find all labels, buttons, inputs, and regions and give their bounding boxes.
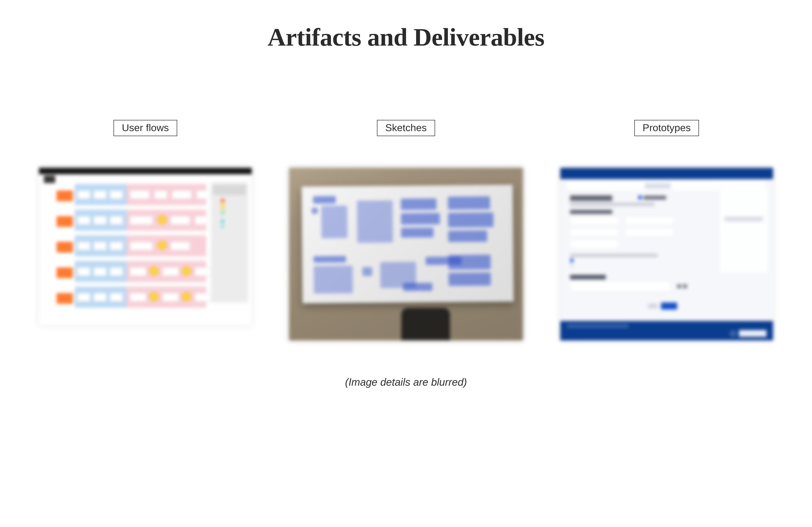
userflows-graphic [39,168,252,326]
card-userflows: User flows [39,120,252,341]
card-prototypes: Prototypes [560,120,773,341]
page: Artifacts and Deliverables User flows [0,0,812,527]
page-title: Artifacts and Deliverables [0,23,812,52]
label-sketches: Sketches [377,120,435,136]
thumbnail-userflows [39,168,252,326]
prototypes-graphic [560,168,773,341]
cards-row: User flows [0,120,812,341]
label-userflows: User flows [114,120,177,136]
sketches-graphic [289,168,523,341]
thumbnail-prototypes [560,168,773,341]
caption: (Image details are blurred) [0,376,812,388]
thumbnail-sketches [289,168,523,341]
card-sketches: Sketches [289,120,523,341]
label-prototypes: Prototypes [634,120,699,136]
